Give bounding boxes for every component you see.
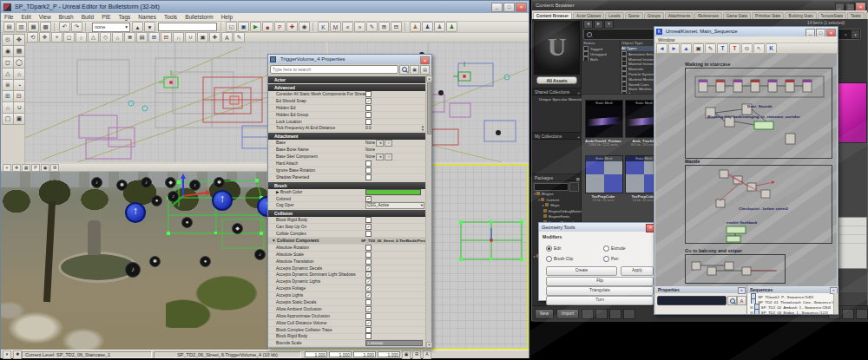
property-row-hard-attach[interactable]: Hard Attach xyxy=(268,160,425,167)
checkbox[interactable] xyxy=(365,231,372,237)
menu-item-brush[interactable]: Brush xyxy=(59,14,74,20)
property-row-accepts-dynamic-dominant-light-shadows[interactable]: Accepts Dynamic Dominant Light Shadows✓ xyxy=(268,272,425,278)
sphere-builder-icon[interactable]: ◯ xyxy=(13,56,25,69)
section-header-actor[interactable]: Actor xyxy=(268,76,425,83)
geometry-tools-title[interactable]: Geometry Tools × xyxy=(539,223,656,232)
flip-button[interactable]: Flip xyxy=(546,277,654,286)
use-selected-icon[interactable]: ◄ xyxy=(376,154,384,160)
trigger-actor-icon[interactable]: ● xyxy=(200,256,211,267)
search-next-icon[interactable]: ▼ xyxy=(144,22,155,32)
camera-icon[interactable]: ◉ xyxy=(299,22,310,32)
bottom-tool-icon[interactable] xyxy=(609,309,621,319)
import-button[interactable]: Import xyxy=(556,309,579,319)
tab-references[interactable]: References xyxy=(694,12,722,19)
redo-icon[interactable]: ↷ xyxy=(71,22,82,32)
property-row-base-skel-component[interactable]: Base Skel ComponentNone◄× xyxy=(268,154,425,160)
note-actor-icon[interactable]: ✱ xyxy=(214,177,225,188)
kismet-properties-search-input[interactable] xyxy=(657,296,727,305)
checkbox[interactable] xyxy=(365,91,372,97)
checkbox[interactable] xyxy=(365,174,372,180)
checkbox[interactable] xyxy=(365,245,372,251)
search-icon[interactable] xyxy=(399,65,409,75)
clear-icon[interactable]: × xyxy=(385,154,392,160)
property-row-cached-max-draw-distance[interactable]: Cached Max Draw Distance0.0 xyxy=(268,347,425,348)
add-static-mesh-icon[interactable]: ▣ xyxy=(13,113,25,125)
property-row-base[interactable]: BaseNone◄× xyxy=(268,140,425,147)
comment-red-icon[interactable]: T xyxy=(729,43,740,54)
viewport-maximize-icon[interactable]: ⊞ xyxy=(50,164,59,172)
radio-pen[interactable]: Pen xyxy=(603,256,619,262)
property-row-collision-component[interactable]: ▼ Collision ComponentSP_TD2_06_Street_6.… xyxy=(268,238,425,245)
checkbox[interactable] xyxy=(365,252,372,258)
pivot-tool-icon[interactable]: ⌖ xyxy=(51,32,62,43)
note-actor-icon[interactable]: ✱ xyxy=(116,180,128,191)
property-row-accepts-lights[interactable]: Accepts Lights✓ xyxy=(268,292,425,299)
search-prev-icon[interactable]: ▲ xyxy=(132,22,143,32)
menu-item-file[interactable]: File xyxy=(4,14,13,20)
scrollbar-thumb[interactable] xyxy=(427,82,431,134)
stop-icon[interactable]: ■ xyxy=(262,22,273,32)
texture-align-icon[interactable]: A xyxy=(221,32,233,43)
packages-search-input[interactable] xyxy=(534,183,569,191)
triangulate-button[interactable]: Triangulate xyxy=(546,286,654,296)
player-green-icon[interactable]: ♟ xyxy=(446,22,457,32)
property-row-tick-frequency-at-end-distance[interactable]: Tick Frequency At End Distance0.0▲▼ xyxy=(268,125,425,132)
kismet-menu-window[interactable]: Window xyxy=(658,37,675,43)
checkbox[interactable]: ✓ xyxy=(365,98,372,104)
angle-snap-icon[interactable]: A xyxy=(423,350,431,359)
asset-ambrtrash2-firebasefloor[interactable]: Static MeshAmbrTrash2_FirebaseFloor2468 … xyxy=(585,100,621,147)
viewport-move-icon[interactable]: ✥ xyxy=(12,164,21,172)
matinee-icon[interactable]: M xyxy=(330,22,341,32)
cone-builder-icon[interactable]: △ xyxy=(2,68,14,80)
checkbox[interactable] xyxy=(365,112,372,118)
sheet-brush-icon[interactable]: ⌂ xyxy=(112,32,123,43)
zoom-fit-icon[interactable]: ⊙ xyxy=(741,43,753,54)
kismet-properties-header[interactable]: Properties × xyxy=(655,286,746,293)
property-row-csg-oper[interactable]: Csg OperCSG_Active▾ xyxy=(268,202,425,209)
property-row-block-rigid-body[interactable]: Block Rigid Body xyxy=(268,334,425,341)
maximize-button[interactable]: □ xyxy=(503,3,515,12)
copy-icon[interactable]: ▣ xyxy=(693,43,704,54)
property-row-accepts-static-decals[interactable]: Accepts Static Decals xyxy=(268,299,425,306)
tab-tasks[interactable]: Tasks xyxy=(847,12,865,19)
minimize-button[interactable]: _ xyxy=(491,3,503,12)
property-row-accepts-dynamic-lights[interactable]: Accepts Dynamic Lights✓ xyxy=(268,278,425,285)
next-widget-icon[interactable]: » xyxy=(354,22,365,32)
tab-actor-classes[interactable]: Actor Classes xyxy=(573,12,604,19)
rotate-mode-icon[interactable]: ◉ xyxy=(2,45,14,57)
property-row-shadow-parented[interactable]: Shadow Parented xyxy=(268,174,425,181)
section-header-brush[interactable]: Brush xyxy=(268,182,425,189)
checkbox[interactable]: ✓ xyxy=(365,265,372,272)
spinner-icon[interactable]: ▲▼ xyxy=(421,125,424,131)
card-brush-icon[interactable]: ▤ xyxy=(136,32,148,43)
checkbox[interactable] xyxy=(365,119,372,125)
add-special-icon[interactable]: ✚ xyxy=(209,32,220,43)
properties-title-bar[interactable]: TriggerVolume_4 Properties × xyxy=(268,55,431,64)
scale-mode-icon[interactable]: ▦ xyxy=(13,45,25,57)
drawscale-value-3[interactable]: 1.000 xyxy=(378,351,400,357)
checkbox[interactable] xyxy=(365,217,372,223)
menu-item-help[interactable]: Help xyxy=(221,14,233,20)
sound-actor-icon[interactable]: ♪ xyxy=(254,249,266,260)
open-kismet-icon[interactable]: K xyxy=(766,43,777,54)
viewport-lock-icon[interactable]: ⌖ xyxy=(3,164,11,172)
refresh-icon[interactable]: ⟲ xyxy=(27,32,38,43)
my-collections-header[interactable]: My Collections+ xyxy=(532,132,582,140)
sound-actor-icon[interactable]: ♪ xyxy=(189,180,201,191)
checkbox[interactable]: ✓ xyxy=(365,196,372,202)
bottom-tool-icon[interactable] xyxy=(582,309,594,319)
fullscreen-icon[interactable]: ◱ xyxy=(226,22,237,32)
value-field[interactable]: 1.000000 xyxy=(365,340,423,346)
sheet-builder-icon[interactable]: ⌂ xyxy=(13,68,25,80)
grid-snap-icon[interactable]: ⊞ xyxy=(412,350,421,359)
turn-button[interactable]: Turn xyxy=(546,296,654,305)
camera-mode-icon[interactable]: ⊙ xyxy=(2,34,14,46)
add-collection-icon[interactable]: + xyxy=(577,134,580,141)
prev-widget-icon[interactable]: « xyxy=(342,22,353,32)
bottom-tool-icon[interactable] xyxy=(623,309,635,319)
player-orange-icon[interactable]: ♟ xyxy=(410,22,421,32)
checkbox[interactable] xyxy=(365,327,372,333)
keypoint-actor-icon[interactable]: ◆ xyxy=(232,223,243,234)
csg-subtract-icon[interactable]: ⊟ xyxy=(161,32,172,43)
create-button[interactable]: Create xyxy=(546,266,617,276)
